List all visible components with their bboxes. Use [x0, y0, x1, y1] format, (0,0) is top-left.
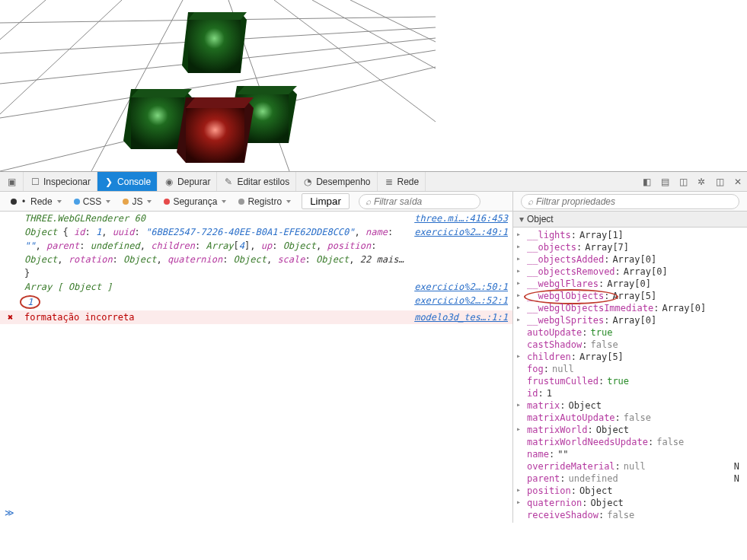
triangle-right-icon[interactable]: ▸ — [516, 242, 521, 250]
property-name: position — [527, 485, 571, 496]
filter-label: Registro — [247, 196, 282, 207]
property-row[interactable]: frustumCulled: true — [513, 375, 747, 387]
triangle-right-icon[interactable]: ▸ — [516, 400, 521, 409]
filter-output-search[interactable]: ⌕ — [359, 194, 480, 209]
property-row[interactable]: receiveShadow: false — [513, 509, 747, 521]
property-row[interactable]: matrixAutoUpdate: false — [513, 412, 747, 424]
dock-side-button[interactable]: ◧ — [637, 173, 656, 191]
triangle-right-icon[interactable]: ▸ — [516, 498, 521, 506]
triangle-right-icon[interactable]: ▸ — [516, 352, 521, 360]
filter-logging[interactable]: Registro — [232, 192, 297, 211]
property-row[interactable]: autoUpdate: true — [513, 326, 747, 339]
triangle-right-icon[interactable]: ▸ — [516, 303, 521, 311]
debugger-tab[interactable]: ◉Depurar — [158, 172, 217, 191]
triangle-right-icon[interactable]: ▸ — [516, 230, 521, 238]
property-row[interactable]: ▸quaternion: Object — [513, 497, 747, 509]
console-line[interactable]: Object { id: 1, uuid: "6BBE2547-7226-40E… — [0, 225, 512, 239]
property-row[interactable]: parent: undefinedN — [513, 473, 747, 485]
tab-label: Console — [117, 177, 151, 187]
triangle-right-icon[interactable]: ▸ — [516, 485, 521, 494]
bullet-icon: • — [20, 196, 27, 207]
properties-filter-bar: ⌕ — [513, 192, 747, 212]
property-value: Object — [590, 498, 623, 508]
property-row[interactable]: ▸__webglFlares: Array[0] — [513, 278, 747, 290]
property-name: __objectsAdded — [527, 254, 604, 265]
filter-label: Segurança — [173, 196, 217, 207]
property-name: matrixAutoUpdate — [527, 412, 615, 423]
property-name: __webglFlares — [527, 278, 599, 289]
svg-rect-13 — [188, 20, 241, 73]
filter-output-input[interactable] — [374, 196, 474, 207]
console-output[interactable]: THREE.WebGLRenderer 60 three.mi…:416:453… — [0, 212, 512, 523]
filter-js[interactable]: JS — [117, 192, 158, 211]
source-link[interactable]: three.mi…:416:453 — [414, 213, 508, 224]
property-value: Array[1] — [579, 230, 624, 240]
property-row[interactable]: name: "" — [513, 448, 747, 460]
property-row[interactable]: ▸matrix: Object — [513, 399, 747, 412]
settings-button[interactable]: ✲ — [692, 173, 710, 191]
triangle-right-icon[interactable]: ▸ — [516, 425, 521, 433]
property-row[interactable]: id: 1 — [513, 387, 747, 399]
dot-icon — [11, 199, 17, 205]
property-row[interactable]: castShadow: false — [513, 339, 747, 351]
console-line[interactable]: 1 exercicio%2…:52:1 — [0, 294, 512, 310]
pause-icon: ◉ — [164, 177, 174, 187]
object-header[interactable]: ▾ Object — [513, 212, 747, 228]
triangle-right-icon[interactable]: ▸ — [516, 266, 521, 275]
svg-line-8 — [312, 0, 436, 68]
filter-properties-input[interactable] — [536, 196, 733, 207]
inspector-tab[interactable]: ☐Inspecionar — [24, 172, 97, 191]
filter-css[interactable]: CSS — [68, 192, 117, 211]
property-row[interactable]: ▸position: Object — [513, 485, 747, 497]
properties-list[interactable]: ▸__lights: Array[1]▸__objects: Array[7]▸… — [513, 228, 747, 523]
triangle-right-icon[interactable]: ▸ — [516, 291, 521, 299]
property-row[interactable]: fog: null — [513, 363, 747, 375]
style-editor-tab[interactable]: ✎Editar estilos — [217, 172, 296, 191]
filter-security[interactable]: Segurança — [158, 192, 232, 211]
property-row[interactable]: ▸__objects: Array[7] — [513, 241, 747, 253]
console-error-line[interactable]: formatação incorreta modelo3d_tes…:1:1 — [0, 310, 512, 324]
property-name: __lights — [527, 230, 571, 240]
webgl-viewport[interactable] — [0, 0, 436, 171]
console-line[interactable]: THREE.WebGLRenderer 60 three.mi…:416:453 — [0, 212, 512, 225]
filter-label: CSS — [83, 196, 102, 207]
split-icon: ◫ — [716, 177, 724, 187]
source-link[interactable]: exercicio%2…:50:1 — [414, 282, 508, 292]
console-line[interactable]: Array [ Object ] exercicio%2…:50:1 — [0, 280, 512, 294]
network-tab[interactable]: ≣Rede — [378, 172, 426, 191]
property-name: __webglSprites — [527, 315, 604, 326]
property-row[interactable]: ▸__objectsRemoved: Array[0] — [513, 266, 747, 278]
source-link[interactable]: exercicio%2…:49:1 — [414, 227, 508, 237]
property-row[interactable]: ▸__webglObjectsImmediate: Array[0] — [513, 302, 747, 314]
property-row[interactable]: ▸__objectsAdded: Array[0] — [513, 253, 747, 266]
chevron-down-icon — [147, 200, 152, 203]
triangle-right-icon[interactable]: ▸ — [516, 278, 521, 287]
property-row[interactable]: ▸children: Array[5] — [513, 351, 747, 363]
triangle-right-icon[interactable]: ▸ — [516, 315, 521, 323]
dock-bottom-button[interactable]: ▤ — [656, 173, 674, 191]
filter-properties-search[interactable]: ⌕ — [521, 194, 739, 209]
property-row[interactable]: ▸__webglSprites: Array[0] — [513, 314, 747, 326]
property-row[interactable]: overrideMaterial: nullN — [513, 460, 747, 473]
property-row[interactable]: matrixWorldNeedsUpdate: false — [513, 436, 747, 448]
filter-net[interactable]: •Rede — [5, 192, 68, 211]
property-value: Object — [569, 400, 602, 411]
chevron-down-icon — [106, 200, 110, 203]
tab-label: Editar estilos — [237, 177, 289, 187]
clear-button[interactable]: Limpar — [302, 193, 350, 209]
property-row[interactable]: ▸__lights: Array[1] — [513, 229, 747, 241]
chevron-down-icon — [222, 200, 226, 203]
console-tab[interactable]: ❯Console — [97, 172, 158, 191]
property-row[interactable]: ▸__webglObjects: Array[5] — [513, 290, 747, 302]
source-link[interactable]: exercicio%2…:52:1 — [414, 295, 508, 306]
toggle-pane-button[interactable]: ▣ — [0, 172, 24, 191]
svg-marker-23 — [186, 97, 254, 108]
performance-tab[interactable]: ◔Desempenho — [296, 172, 377, 191]
triangle-right-icon[interactable]: ▸ — [516, 254, 521, 262]
source-link[interactable]: modelo3d_tes…:1:1 — [414, 312, 508, 323]
close-button[interactable]: ✕ — [729, 173, 747, 191]
separate-window-button[interactable]: ◫ — [674, 173, 692, 191]
console-prompt[interactable]: ≫ — [0, 508, 18, 523]
property-row[interactable]: ▸matrixWorld: Object — [513, 424, 747, 436]
split-button[interactable]: ◫ — [710, 173, 729, 191]
